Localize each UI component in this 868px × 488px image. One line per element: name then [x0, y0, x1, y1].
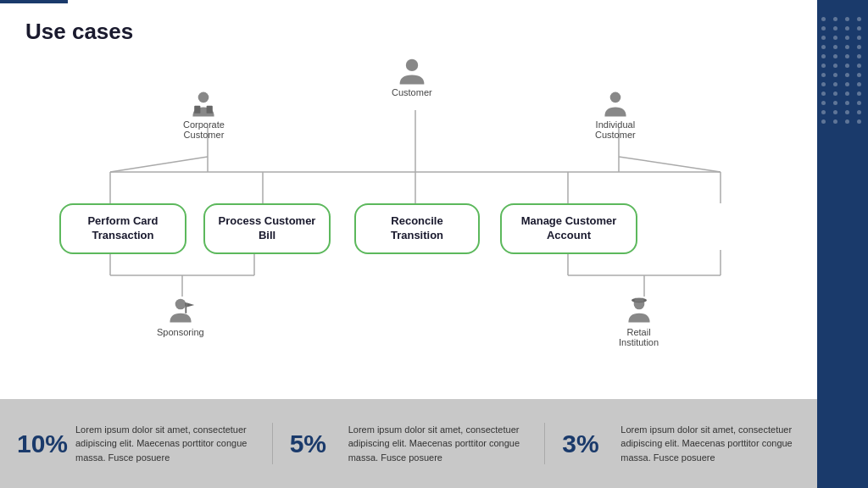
stat-item-1: 10% Lorem ipsum dolor sit amet, consecte…: [0, 423, 273, 465]
page-title: Use cases: [25, 19, 133, 45]
use-case-manage-account: Manage Customer Account: [500, 203, 637, 254]
actor-individual: Individual Customer: [595, 89, 636, 140]
svg-point-24: [175, 299, 186, 310]
stat-text-1: Lorem ipsum dolor sit amet, consectetuer…: [75, 423, 255, 465]
svg-line-10: [619, 157, 721, 172]
svg-rect-25: [185, 302, 186, 313]
svg-rect-29: [634, 298, 643, 302]
stats-bar: 10% Lorem ipsum dolor sit amet, consecte…: [0, 399, 817, 488]
svg-marker-26: [186, 302, 194, 307]
use-case-perform-card: Perform Card Transaction: [59, 203, 186, 254]
stat-percent-2: 5%: [290, 430, 337, 458]
svg-rect-22: [207, 106, 213, 114]
stat-percent-3: 3%: [562, 430, 609, 458]
dots-panel: [817, 0, 868, 488]
use-case-reconcile: Reconcile Transition: [354, 203, 480, 254]
svg-rect-21: [195, 106, 201, 114]
actor-corporate: Corporate Customer: [183, 89, 225, 140]
main-content: Use cases: [0, 0, 817, 488]
stat-item-2: 5% Lorem ipsum dolor sit amet, consectet…: [273, 423, 546, 465]
stat-percent-1: 10%: [17, 430, 64, 458]
svg-point-19: [406, 59, 418, 71]
stat-text-2: Lorem ipsum dolor sit amet, consectetuer…: [348, 423, 528, 465]
diagram-area: Customer Corporate Customer Individual C…: [25, 47, 805, 377]
svg-point-20: [198, 92, 209, 103]
stat-item-3: 3% Lorem ipsum dolor sit amet, consectet…: [545, 423, 817, 465]
svg-line-8: [110, 157, 208, 172]
actor-sponsoring: Sponsoring: [157, 297, 204, 337]
actor-retail: Retail Institution: [619, 297, 659, 347]
svg-point-23: [610, 92, 621, 103]
use-case-process-bill: Process Customer Bill: [203, 203, 331, 254]
actor-customer: Customer: [392, 57, 432, 97]
stat-text-3: Lorem ipsum dolor sit amet, consectetuer…: [620, 423, 800, 465]
